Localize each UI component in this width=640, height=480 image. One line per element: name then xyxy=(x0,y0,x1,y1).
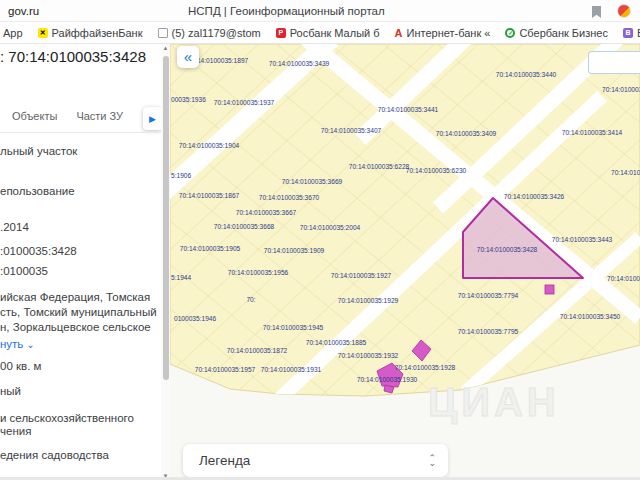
document-icon xyxy=(158,28,168,38)
field-cad-quarter: :0100035 xyxy=(0,265,48,277)
bookmark-rosbank[interactable]: Р Росбанк Малый б xyxy=(276,27,380,39)
bookmarks-bar: App ✕ РайффайзенБанк (5) zal1179@stom Р … xyxy=(0,22,640,44)
parcel-label: 70:14:0100035:3409 xyxy=(436,130,497,137)
parcel-label: 5:1906 xyxy=(171,172,192,179)
parcel-label: 00035:1936 xyxy=(171,96,206,103)
bookmark-sberbank[interactable]: ✓ Сбербанк Бизнес xyxy=(505,27,608,39)
parcel-label: 70:14:0100035:1931 xyxy=(261,366,322,373)
parcel-label: 70:14:0100035:3426 xyxy=(504,193,565,200)
field-status: ный xyxy=(0,385,21,397)
bookmark-internet-bank[interactable]: А Интернет-банк « xyxy=(395,27,491,39)
map-search-box[interactable] xyxy=(588,51,640,74)
parcel-label: 70:14:0100035:3668 xyxy=(214,223,275,230)
expand-link[interactable]: нуть ⌄ xyxy=(0,338,35,350)
parcel-label: 70:14:0100035:1905 xyxy=(180,245,241,252)
legend-bar[interactable]: Легенда ⌃⌄ xyxy=(183,444,448,477)
watermark: ЦИАН xyxy=(428,380,560,424)
bookmark-flag-icon[interactable] xyxy=(592,6,601,18)
parcel-label: 70:14:0100035:3443 xyxy=(552,236,613,243)
parcel-label: 70:14:01000 xyxy=(607,275,640,282)
legend-collapse-icon[interactable]: ⌃⌄ xyxy=(428,456,436,466)
browser-titlebar: gov.ru НСПД | Геоинформационный портал xyxy=(0,0,640,22)
scroll-up-arrow[interactable]: ▲ xyxy=(161,45,170,51)
parcel-label: 70:14:0100035:3669 xyxy=(282,178,343,185)
parcel-label: 70:14:0100 xyxy=(611,169,640,176)
field-address-1: ийская Федерация, Томская xyxy=(0,291,150,303)
field-address-3: н, Зоркальцевское сельское xyxy=(0,321,151,333)
parcel-label: 70:14:0100035:1927 xyxy=(331,272,392,279)
parcel-label: 70:14:0100035:7795 xyxy=(458,328,519,335)
panel-tabs: Объекты Части ЗУ Соста xyxy=(12,110,142,122)
rosbank-icon: Р xyxy=(276,28,286,38)
panel-title: : 70:14:0100035:3428 xyxy=(0,48,146,65)
parcel-label: 70:14:0100035 xyxy=(602,86,640,93)
parcel-label: 70:14:0100035:1932 xyxy=(338,352,399,359)
parcel-label: 70:14:0100035:1885 xyxy=(306,339,367,346)
bookmark-mail[interactable]: (5) zal1179@stom xyxy=(158,27,261,39)
parcel-label: 70:14:0100035:3450 xyxy=(560,313,621,320)
tabs-scroll-right-button[interactable]: ▶ xyxy=(143,107,162,130)
parcel-label: 70:14:0100035:6228 xyxy=(349,163,410,170)
parcel-label: 70:14:0100035:3667 xyxy=(236,209,297,216)
bookmark-vhod[interactable]: В Вход в интернет- xyxy=(623,27,640,39)
parcel-label: 70:14:0100035:1904 xyxy=(179,142,240,149)
tab-parts-zu[interactable]: Части ЗУ xyxy=(76,110,123,122)
parcel-label: 70:14:0100035:1930 xyxy=(357,376,418,383)
field-date: .2014 xyxy=(0,221,29,233)
field-category-1: и сельскохозяйственного xyxy=(0,412,134,424)
panel-scrollbar[interactable]: ▲ ▼ xyxy=(161,44,170,480)
parcel-label: 70:14:0100035:1872 xyxy=(227,347,288,354)
tab-title: НСПД | Геоинформационный портал xyxy=(188,5,385,17)
panel-collapse-button[interactable]: « xyxy=(177,46,199,68)
url-fragment: gov.ru xyxy=(8,5,39,17)
parcel-label: 70:14:0100035:1867 xyxy=(179,192,240,199)
parcel-label: 70:14:0100035:3439 xyxy=(269,60,330,67)
parcel-label: 70:14:0100035:3440 xyxy=(496,71,557,78)
parcel-label: 70:14:0100035:1937 xyxy=(214,99,275,106)
field-cad-number: :0100035:3428 xyxy=(0,245,77,257)
parcel-label: 70:14:0100035:3670 xyxy=(259,194,320,201)
field-address-2: сть, Томский муниципальный xyxy=(0,306,157,318)
parcel-label: 5:1944 xyxy=(171,274,192,281)
parcel-label: 70:14:0100035:6230 xyxy=(406,167,467,174)
letter-a-icon: А xyxy=(395,28,403,38)
map-canvas[interactable]: ЦИАН 70:14:0100035:189770:14:0100035:343… xyxy=(170,44,640,480)
parcel-label: 70:14:0100035:1928 xyxy=(395,364,456,371)
purple-bank-icon: В xyxy=(623,28,633,38)
parcel-label: 70:14:0100035:3441 xyxy=(378,106,439,113)
parcel-info-panel: : 70:14:0100035:3428 Объекты Части ЗУ Со… xyxy=(0,44,170,480)
field-category-2: чения xyxy=(0,425,31,437)
raiffeisen-icon: ✕ xyxy=(38,28,48,38)
bookmark-app[interactable]: App xyxy=(3,27,23,39)
chevron-down-icon: ⌄ xyxy=(26,339,34,350)
parcel-label: 70:14:0100035:1956 xyxy=(228,269,289,276)
parcel-label: 0100035:1946 xyxy=(174,315,217,322)
field-area: 00 кв. м xyxy=(0,360,41,372)
sberbank-icon: ✓ xyxy=(505,28,515,38)
parcel-label: 70:14:0100035:1957 xyxy=(195,366,256,373)
field-permitted-use: едения садоводства xyxy=(0,449,109,461)
parcel-label: 70:14:0100035:1945 xyxy=(263,324,324,331)
parcel-label: 70:14:0100035:3428 xyxy=(477,246,538,253)
parcel-label: 70:14:0100035:1909 xyxy=(264,247,325,254)
legend-title: Легенда xyxy=(199,453,250,468)
parcel-label: 70:14:0100035:2004 xyxy=(300,224,361,231)
parcel-label: 70:14:0100035:1929 xyxy=(338,297,399,304)
parcel-label: 70: xyxy=(246,296,255,303)
parcel-label: 70:14:0100035:3414 xyxy=(562,129,623,136)
tab-objects[interactable]: Объекты xyxy=(12,110,57,122)
panel-divider xyxy=(0,132,161,133)
scrollbar-thumb[interactable] xyxy=(163,56,169,380)
profile-avatar[interactable] xyxy=(617,4,631,18)
bookmark-raiffeisen[interactable]: ✕ РайффайзенБанк xyxy=(38,27,143,39)
parcel-label: 70:14:0100035:3407 xyxy=(321,127,382,134)
cadastral-map[interactable]: ЦИАН 70:14:0100035:189770:14:0100035:343… xyxy=(170,44,640,480)
field-usage: епользование xyxy=(0,185,75,197)
parcel-label: 70:14:0100035:7794 xyxy=(458,292,519,299)
field-object-type: льный участок xyxy=(0,145,77,157)
